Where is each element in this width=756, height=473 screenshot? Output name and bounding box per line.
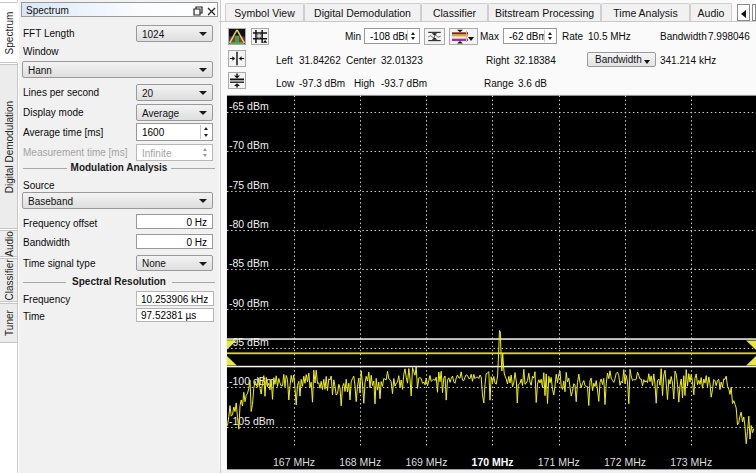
svg-text:-95 dBm: -95 dBm — [229, 336, 269, 348]
svg-text:-80 dBm: -80 dBm — [229, 218, 269, 230]
svg-text:173 MHz: 173 MHz — [670, 456, 712, 468]
svg-text:-75 dBm: -75 dBm — [229, 179, 269, 191]
svg-text:-85 dBm: -85 dBm — [229, 257, 269, 269]
svg-text:170 MHz: 170 MHz — [472, 456, 514, 468]
svg-text:171 MHz: 171 MHz — [538, 456, 580, 468]
svg-text:-105 dBm: -105 dBm — [229, 415, 275, 427]
svg-text:-70 dBm: -70 dBm — [229, 139, 269, 151]
svg-text:168 MHz: 168 MHz — [339, 456, 381, 468]
svg-text:172 MHz: 172 MHz — [604, 456, 646, 468]
svg-text:169 MHz: 169 MHz — [405, 456, 447, 468]
svg-text:-90 dBm: -90 dBm — [229, 297, 269, 309]
svg-text:167 MHz: 167 MHz — [273, 456, 315, 468]
svg-text:-65 dBm: -65 dBm — [229, 100, 269, 112]
